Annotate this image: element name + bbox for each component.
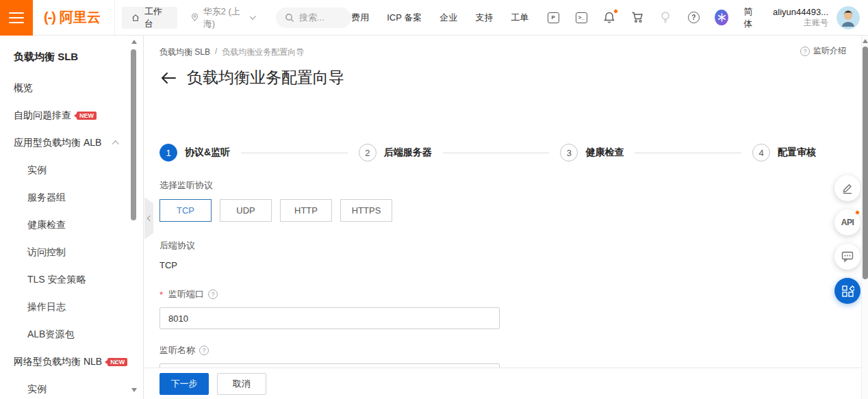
app-tools-icon[interactable]: P bbox=[546, 11, 560, 25]
scroll-up-arrow[interactable] bbox=[863, 39, 868, 43]
sidebar-item-self-troubleshoot[interactable]: 自助问题排查 NEW bbox=[0, 102, 143, 129]
new-badge: NEW bbox=[77, 112, 97, 120]
main-scrollbar[interactable] bbox=[861, 36, 868, 399]
sidebar-item-alb-instances[interactable]: 实例 bbox=[0, 157, 143, 184]
help-icon[interactable]: ? bbox=[687, 11, 700, 25]
page-title: 负载均衡业务配置向导 bbox=[187, 67, 344, 88]
step-4-review[interactable]: 4 配置审核 bbox=[752, 144, 816, 162]
notification-bell-icon[interactable] bbox=[602, 11, 616, 25]
notification-dot bbox=[613, 9, 618, 14]
title-row: 负载均衡业务配置向导 bbox=[161, 67, 344, 88]
api-inspector-button[interactable]: API bbox=[834, 209, 860, 235]
protocol-tcp-button[interactable]: TCP bbox=[159, 199, 212, 222]
sidebar-group-alb[interactable]: 应用型负载均衡 ALB bbox=[0, 129, 143, 157]
step-2-backend[interactable]: 2 后端服务器 bbox=[359, 144, 432, 162]
sidebar-item-health-check[interactable]: 健康检查 bbox=[0, 211, 143, 239]
chevron-up-icon bbox=[112, 140, 119, 147]
question-circle-icon[interactable]: ? bbox=[199, 346, 209, 355]
floating-toolbar: API bbox=[834, 175, 860, 304]
protocol-http-button[interactable]: HTTP bbox=[280, 199, 332, 222]
sidebar-item-tls-policy[interactable]: TLS 安全策略 bbox=[0, 266, 143, 294]
account-name: aliyun44493... bbox=[773, 7, 828, 18]
main-content: 负载均衡 SLB / 负载均衡业务配置向导 ? 监听介绍 负载均衡业务配置向导 … bbox=[144, 36, 868, 399]
required-mark: * bbox=[159, 289, 163, 300]
nav-support[interactable]: 支持 bbox=[475, 12, 493, 24]
protocol-udp-button[interactable]: UDP bbox=[220, 199, 272, 222]
workbench-label: 工作台 bbox=[144, 5, 168, 30]
protocol-https-button[interactable]: HTTPS bbox=[340, 199, 392, 222]
sidebar-item-operation-logs[interactable]: 操作日志 bbox=[0, 294, 143, 321]
region-selector[interactable]: 华东2 (上海) bbox=[191, 5, 254, 30]
topbar-icons: P >_ ? bbox=[546, 11, 728, 25]
main-scrollbar-thumb[interactable] bbox=[863, 47, 868, 279]
sidebar-scrollbar[interactable] bbox=[131, 40, 137, 392]
logo-text: 阿里云 bbox=[60, 8, 101, 27]
nav-enterprise[interactable]: 企业 bbox=[439, 12, 457, 24]
home-icon bbox=[131, 13, 140, 23]
sidebar-scrollbar-thumb[interactable] bbox=[131, 49, 136, 220]
scroll-up-arrow[interactable] bbox=[131, 40, 137, 44]
nav-tickets[interactable]: 工单 bbox=[511, 12, 528, 24]
sidebar-item-access-control[interactable]: 访问控制 bbox=[0, 239, 143, 266]
cancel-button[interactable]: 取消 bbox=[217, 373, 266, 395]
region-label: 华东2 (上海) bbox=[203, 5, 245, 30]
nav-icp[interactable]: ICP 备案 bbox=[387, 12, 422, 24]
logo-bracket-icon: (-) bbox=[44, 10, 55, 25]
avatar[interactable] bbox=[837, 6, 860, 29]
sidebar-item-nlb-instances[interactable]: 实例 bbox=[0, 376, 143, 399]
chevron-left-icon bbox=[147, 216, 153, 221]
backend-protocol-label: 后端协议 bbox=[159, 240, 500, 252]
question-circle-icon[interactable]: ? bbox=[208, 289, 218, 299]
search-placeholder: 搜索... bbox=[299, 12, 324, 24]
arrow-left-icon bbox=[161, 72, 176, 84]
apps-grid-icon bbox=[841, 285, 854, 298]
feedback-chat-button[interactable] bbox=[834, 244, 860, 270]
top-bar: (-) 阿里云 工作台 华东2 (上海) 搜索... 费用 ICP 备案 企业 … bbox=[0, 0, 868, 36]
step-1-protocol[interactable]: 1 协议&监听 bbox=[159, 144, 230, 162]
search-input[interactable]: 搜索... bbox=[276, 8, 351, 28]
language-switcher[interactable]: 简体 bbox=[743, 5, 759, 30]
account-menu[interactable]: aliyun44493... 主账号 bbox=[773, 7, 828, 28]
back-button[interactable] bbox=[161, 72, 176, 84]
step-3-healthcheck[interactable]: 3 健康检查 bbox=[560, 144, 624, 162]
backend-protocol-value: TCP bbox=[159, 260, 500, 270]
sidebar-item-overview[interactable]: 概览 bbox=[0, 75, 143, 102]
sidebar: 负载均衡 SLB 概览 自助问题排查 NEW 应用型负载均衡 ALB 实例 服务… bbox=[0, 36, 144, 399]
breadcrumb-separator: / bbox=[215, 47, 217, 58]
sidebar-item-server-groups[interactable]: 服务器组 bbox=[0, 184, 143, 211]
listener-form: 选择监听协议 TCP UDP HTTP HTTPS 后端协议 TCP * 监听端… bbox=[159, 179, 500, 399]
cart-icon[interactable] bbox=[630, 11, 644, 25]
scroll-down-arrow[interactable] bbox=[131, 388, 137, 392]
app-window: (-) 阿里云 工作台 华东2 (上海) 搜索... 费用 ICP 备案 企业 … bbox=[0, 0, 868, 399]
sidebar-item-alb-resource-pack[interactable]: ALB资源包 bbox=[0, 321, 143, 348]
listener-port-label: * 监听端口 ? bbox=[159, 288, 500, 300]
lightbulb-icon[interactable] bbox=[659, 11, 672, 25]
search-icon bbox=[285, 13, 294, 23]
step-connector bbox=[241, 153, 348, 153]
hamburger-menu-button[interactable] bbox=[0, 0, 33, 36]
listener-name-label: 监听名称 ? bbox=[159, 344, 500, 357]
sidebar-collapse-handle[interactable] bbox=[144, 197, 153, 240]
topbar-divider bbox=[114, 0, 115, 36]
breadcrumb-slb[interactable]: 负载均衡 SLB bbox=[159, 47, 210, 58]
wizard-footer: 下一步 取消 bbox=[144, 368, 868, 399]
step-connector bbox=[635, 153, 741, 153]
nav-billing[interactable]: 费用 bbox=[351, 12, 369, 24]
workbench-button[interactable]: 工作台 bbox=[122, 7, 177, 29]
cloud-shell-icon[interactable]: >_ bbox=[574, 11, 588, 25]
chat-icon bbox=[841, 250, 854, 263]
sidebar-group-nlb[interactable]: 网络型负载均衡 NLB NEW bbox=[0, 348, 143, 376]
feedback-pencil-button[interactable] bbox=[834, 175, 860, 201]
breadcrumb-current: 负载均衡业务配置向导 bbox=[222, 47, 304, 58]
listener-port-input[interactable] bbox=[159, 307, 500, 329]
account-type: 主账号 bbox=[773, 18, 828, 28]
topbar-nav: 费用 ICP 备案 企业 支持 工单 bbox=[351, 12, 528, 24]
next-step-button[interactable]: 下一步 bbox=[159, 373, 209, 395]
chevron-down-icon bbox=[250, 13, 256, 19]
listener-intro-link[interactable]: ? 监听介绍 bbox=[800, 45, 846, 57]
apps-grid-button[interactable] bbox=[834, 278, 860, 304]
pencil-icon bbox=[841, 182, 854, 194]
sidebar-title: 负载均衡 SLB bbox=[0, 36, 143, 75]
community-icon[interactable] bbox=[715, 11, 728, 25]
alibaba-cloud-logo[interactable]: (-) 阿里云 bbox=[33, 8, 114, 27]
